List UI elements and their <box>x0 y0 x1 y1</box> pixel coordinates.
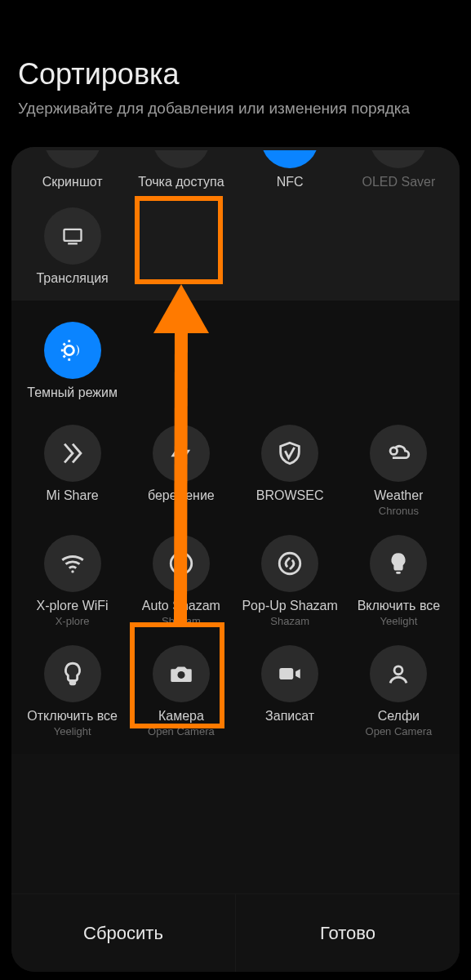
tile-sublabel: Yeelight <box>54 725 91 737</box>
tile-label: X-plore WiFi <box>37 599 109 613</box>
svg-rect-0 <box>64 229 81 241</box>
svg-line-7 <box>63 355 64 357</box>
tile-label: OLED Saver <box>362 175 435 189</box>
tile-mi-share[interactable]: Mi Share <box>18 421 127 517</box>
bolt-icon <box>153 425 210 482</box>
empty-slot <box>127 318 235 400</box>
tile-cast[interactable]: Трансляция <box>18 204 127 286</box>
tile-sublabel: Shazam <box>270 615 309 627</box>
tile-sublabel: Yeelight <box>380 615 417 627</box>
page-title: Сортировка <box>18 57 453 91</box>
tile-label: Pop-Up Shazam <box>242 599 337 613</box>
cut-icon <box>44 147 101 168</box>
svg-point-14 <box>177 671 184 679</box>
svg-rect-13 <box>70 682 75 684</box>
svg-point-10 <box>171 553 192 574</box>
tile-label: Auto Shazam <box>142 599 220 613</box>
bulb-on-icon <box>370 535 427 592</box>
tile-browsec[interactable]: BROWSEC <box>236 421 344 517</box>
tile-sublabel: Chronus <box>379 505 419 517</box>
tile-hotspot[interactable]: Точка доступа <box>127 147 235 189</box>
selfie-icon <box>370 645 427 702</box>
reset-button[interactable]: Сбросить <box>11 894 235 972</box>
weather-icon <box>370 425 427 482</box>
camera-icon <box>153 645 210 702</box>
empty-slot[interactable] <box>236 204 344 286</box>
tile-sublabel: Open Camera <box>148 725 215 737</box>
tile-label: Mi Share <box>47 488 99 503</box>
tile-camera[interactable]: Камера Open Camera <box>127 642 235 737</box>
tile-label: Weather <box>374 488 423 503</box>
tile-label: NFC <box>277 175 304 189</box>
empty-slot <box>236 318 344 400</box>
tile-turn-off-all[interactable]: Отключить все Yeelight <box>18 642 127 737</box>
empty-slot[interactable] <box>344 204 453 286</box>
bulb-off-icon <box>44 645 101 702</box>
dark-mode-icon <box>44 322 101 379</box>
tile-label: Трансляция <box>36 271 108 286</box>
tile-power-save[interactable]: бережение <box>127 421 235 517</box>
cast-icon <box>44 207 101 265</box>
svg-point-9 <box>71 570 73 572</box>
tile-record-video[interactable]: Записат <box>236 642 344 737</box>
svg-rect-15 <box>279 668 293 679</box>
screen: Сортировка Удерживайте для добавления ил… <box>0 0 471 980</box>
tile-label: бережение <box>148 488 215 503</box>
available-tiles-section: Mi Share бережение <box>11 421 460 754</box>
tile-weather[interactable]: Weather Chronus <box>344 421 453 517</box>
tile-sublabel: Shazam <box>162 615 201 627</box>
svg-point-16 <box>394 666 402 675</box>
oled-icon <box>370 147 427 168</box>
tile-oled-saver[interactable]: OLED Saver <box>344 147 453 189</box>
tile-label: BROWSEC <box>256 488 324 503</box>
shield-icon <box>261 425 318 482</box>
tile-sublabel: X-plore <box>56 615 90 627</box>
tile-label: Включить все <box>358 599 440 613</box>
wifi-icon <box>44 535 101 592</box>
tile-auto-shazam[interactable]: Auto Shazam Shazam <box>127 532 235 627</box>
tiles-scroll[interactable]: Скриншот Точка доступа NFC OLED Saver <box>11 147 460 893</box>
tile-nfc[interactable]: NFC <box>236 147 344 189</box>
header: Сортировка Удерживайте для добавления ил… <box>0 0 471 132</box>
tile-popup-shazam[interactable]: Pop-Up Shazam Shazam <box>236 532 344 627</box>
tile-label: Точка доступа <box>138 175 224 189</box>
empty-slot[interactable] <box>127 204 235 286</box>
tile-selfie[interactable]: Селфи Open Camera <box>344 642 453 737</box>
active-tiles-section: Скриншот Точка доступа NFC OLED Saver <box>11 147 460 301</box>
page-subtitle: Удерживайте для добавления или изменения… <box>18 100 453 118</box>
svg-rect-12 <box>397 572 402 574</box>
shazam-icon <box>153 535 210 592</box>
mid-section: Темный режим <box>11 301 460 421</box>
tile-label: Селфи <box>378 709 420 724</box>
tile-screenshot[interactable]: Скриншот <box>18 147 127 189</box>
empty-slot <box>344 318 453 400</box>
hotspot-icon <box>153 147 210 168</box>
tile-label: Отключить все <box>27 709 118 724</box>
video-icon <box>261 645 318 702</box>
tile-xplore-wifi[interactable]: X-plore WiFi X-plore <box>18 532 127 627</box>
done-button[interactable]: Готово <box>235 894 460 972</box>
tile-dark-mode[interactable]: Темный режим <box>18 318 127 400</box>
shazam-icon <box>261 535 318 592</box>
footer-bar: Сбросить Готово <box>11 893 460 972</box>
tile-turn-on-all[interactable]: Включить все Yeelight <box>344 532 453 627</box>
tile-sublabel: Open Camera <box>366 725 433 737</box>
edit-panel: Скриншот Точка доступа NFC OLED Saver <box>11 147 460 972</box>
mishare-icon <box>44 425 101 482</box>
tile-label: Камера <box>158 709 204 724</box>
nfc-icon <box>261 147 318 168</box>
svg-point-11 <box>279 553 300 574</box>
tile-label: Скриншот <box>42 175 103 189</box>
svg-point-2 <box>64 345 73 354</box>
tile-label: Записат <box>265 709 314 724</box>
tile-label: Темный режим <box>27 385 118 400</box>
svg-line-6 <box>63 344 64 345</box>
